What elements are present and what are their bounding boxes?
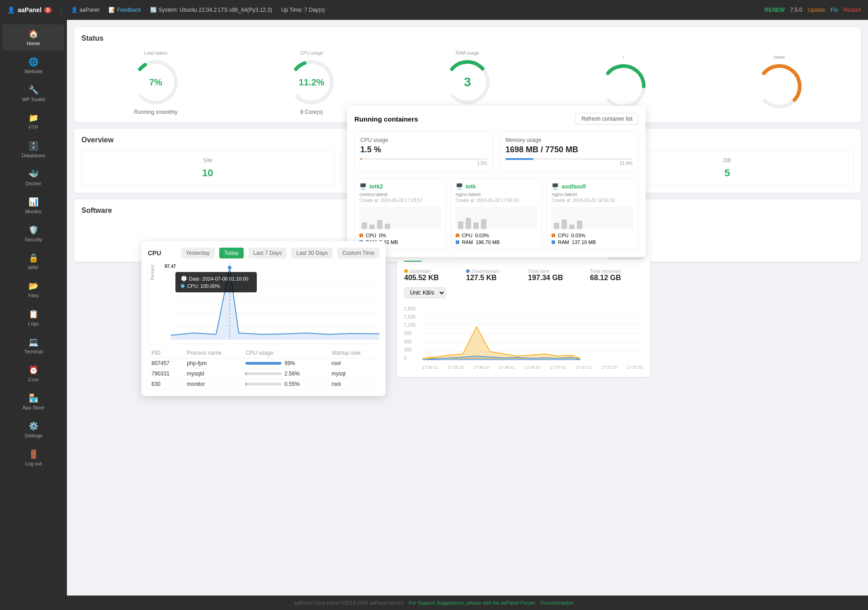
downstream-metric: Downstream 127.5 KB bbox=[466, 268, 519, 282]
sidebar-item-files[interactable]: 📂 Files bbox=[3, 277, 64, 303]
cpu-usage-gauge: 11.2% bbox=[287, 57, 336, 107]
upstream-value: 405.52 KB bbox=[404, 274, 457, 282]
total-sent-value: 197.34 GB bbox=[528, 274, 581, 282]
sidebar-item-logout[interactable]: 🚪 Log out bbox=[3, 445, 64, 471]
rc-mem-progress bbox=[505, 158, 632, 160]
table-row: 830 monitor 0.55% root bbox=[148, 379, 379, 389]
sidebar-item-security[interactable]: 🛡️ Security bbox=[3, 221, 64, 247]
fix-button[interactable]: Fix bbox=[830, 7, 838, 13]
brand-label: aaPanel bbox=[18, 6, 42, 14]
top-bar: 👤 aaPanel 0 | 👤 aaPanel 📝 Feedback 🔄 Sys… bbox=[0, 0, 868, 20]
cpu-tab-today[interactable]: Today bbox=[219, 248, 244, 258]
container-asdfasdf-date: Create at: 2024-06-28 16:56:16 bbox=[552, 198, 633, 203]
sidebar-item-home[interactable]: 🏠 Home bbox=[3, 24, 64, 51]
wp-toolkit-icon: 🔧 bbox=[28, 85, 38, 95]
databases-icon: 🗄️ bbox=[28, 141, 38, 151]
container-lotk-name: lotk bbox=[466, 183, 476, 190]
rc-cpu-label: CPU usage bbox=[360, 137, 487, 143]
disk-root-gauge bbox=[599, 61, 648, 111]
disk-root-item: / bbox=[549, 53, 698, 111]
rc-mem-value: 1698 MB / 7750 MB bbox=[505, 145, 632, 155]
aapanel-link[interactable]: 👤 aaPanel bbox=[71, 7, 99, 13]
status-grid: Load status 7% Running smoothly CPU us bbox=[81, 49, 854, 115]
logout-icon: 🚪 bbox=[28, 449, 38, 459]
overview-site-label: Site bbox=[88, 157, 327, 164]
version-label: 7.5.0 bbox=[790, 7, 802, 13]
footer: aaPanel Linux panel ©2014-2024 aaPanel (… bbox=[0, 596, 868, 610]
brand: 👤 aaPanel 0 bbox=[7, 6, 52, 14]
app-store-icon: 🏪 bbox=[28, 393, 38, 403]
sidebar-item-ftp[interactable]: 📁 FTP bbox=[3, 108, 64, 135]
sidebar-item-logs[interactable]: 📋 Logs bbox=[3, 305, 64, 331]
sidebar-item-cron[interactable]: ⏰ Cron bbox=[3, 361, 64, 387]
container-asdfasdf-chart bbox=[552, 206, 633, 229]
overview-site: Site 10 bbox=[81, 150, 334, 186]
load-status-value: 7% bbox=[149, 77, 162, 88]
sidebar-item-docker[interactable]: 🐳 Docker bbox=[3, 164, 64, 191]
cron-icon: ⏰ bbox=[28, 365, 38, 375]
ftp-icon: 📁 bbox=[28, 113, 38, 123]
disk-www-svg bbox=[744, 52, 814, 122]
cpu-chart-header: CPU Yesterday Today Last 7 Days Last 30 … bbox=[148, 248, 379, 258]
disk-www-item: /www bbox=[705, 53, 854, 111]
container-asdfasdf-stats: CPU 0.03% RAM 137.10 MB bbox=[552, 233, 633, 245]
rc-metrics: CPU usage 1.5 % 1.5% Memory usage 1698 M… bbox=[354, 131, 638, 172]
cpu-tab-30days[interactable]: Last 30 Days bbox=[291, 248, 333, 258]
cpu-tab-yesterday[interactable]: Yesterday bbox=[181, 248, 215, 258]
cpu-tab-7days[interactable]: Last 7 Days bbox=[248, 248, 287, 258]
container-lotk-image: nginx:latest bbox=[456, 192, 538, 197]
container-lotk-date: Create at: 2024-06-28 17:06:24 bbox=[456, 198, 538, 203]
table-row: 790331 mysqld 2.56% mysql bbox=[148, 369, 379, 379]
rc-cpu-metric: CPU usage 1.5 % 1.5% bbox=[354, 131, 493, 172]
website-icon: 🌐 bbox=[28, 57, 38, 67]
sidebar-item-databases[interactable]: 🗄️ Databases bbox=[3, 136, 64, 163]
app-container: 👤 aaPanel 0 | 👤 aaPanel 📝 Feedback 🔄 Sys… bbox=[0, 0, 868, 610]
overview-site-value: 10 bbox=[88, 167, 327, 179]
container-lotk-stats: CPU 0.03% RAM 196.70 MB bbox=[456, 233, 538, 245]
refresh-container-list-button[interactable]: Refresh container list bbox=[576, 113, 638, 125]
feedback-link[interactable]: 📝 Feedback bbox=[108, 7, 141, 13]
container-lotk2: 🖥️ lotk2 centos:latest Create at: 2024-0… bbox=[354, 178, 446, 250]
cpu-chart-area: Percent 97.47 bbox=[148, 263, 379, 344]
unit-select[interactable]: Unit: KB/s bbox=[404, 287, 446, 298]
update-button[interactable]: Update bbox=[808, 7, 826, 13]
footer-docs-link[interactable]: Documentation bbox=[540, 600, 574, 605]
ram-usage-gauge: 3 bbox=[443, 57, 492, 107]
cpu-tab-custom[interactable]: Custom Time bbox=[337, 248, 379, 258]
sidebar-item-app-store[interactable]: 🏪 App Store bbox=[3, 389, 64, 415]
rc-cpu-pct: 1.5% bbox=[360, 161, 487, 166]
sidebar-item-monitor[interactable]: 📊 Monitor bbox=[3, 192, 64, 219]
load-status-item: Load status 7% Running smoothly bbox=[81, 49, 230, 115]
rc-containers-list: 🖥️ lotk2 centos:latest Create at: 2024-0… bbox=[354, 178, 638, 250]
system-info: 🔄 System: Ubuntu 22.04.2 LTS x86_64(Py3.… bbox=[150, 7, 272, 13]
notification-badge: 0 bbox=[44, 7, 52, 13]
status-title: Status bbox=[81, 34, 854, 42]
container-lotk: 🖥️ lotk nginx:latest Create at: 2024-06-… bbox=[451, 178, 542, 250]
rc-mem-fill bbox=[505, 158, 533, 160]
footer-copyright: aaPanel Linux panel ©2014-2024 aaPanel (… bbox=[294, 600, 403, 605]
table-row: 807457 php-fpm 99% root bbox=[148, 358, 379, 369]
restart-button[interactable]: Restart bbox=[843, 7, 861, 13]
sidebar-item-waf[interactable]: 🔒 WAF bbox=[3, 249, 64, 275]
sidebar-item-terminal[interactable]: 💻 Terminal bbox=[3, 333, 64, 359]
sidebar: 🏠 Home 🌐 Website 🔧 WP Toolkit 📁 FTP 🗄️ D… bbox=[0, 20, 67, 596]
rc-mem-label: Memory usage bbox=[505, 137, 632, 143]
waf-icon: 🔒 bbox=[28, 253, 38, 263]
downstream-value: 127.5 KB bbox=[466, 274, 519, 282]
traffic-chart-svg bbox=[422, 306, 643, 361]
col-pid: PID bbox=[148, 348, 183, 358]
container-lotk-chart bbox=[456, 206, 538, 229]
sidebar-item-website[interactable]: 🌐 Website bbox=[3, 52, 64, 79]
sidebar-item-wp-toolkit[interactable]: 🔧 WP Toolkit bbox=[3, 80, 64, 107]
ram-usage-item: RAM usage 3 2953 / bbox=[393, 49, 542, 115]
renew-button[interactable]: RENEW bbox=[764, 7, 785, 13]
traffic-y-labels: 1,800 1,500 1,200 900 600 300 0 bbox=[404, 306, 420, 361]
rc-mem-metric: Memory usage 1698 MB / 7750 MB 21.9% bbox=[500, 131, 638, 172]
cpu-process-table: PID Process name CPU usage Startup user … bbox=[148, 348, 379, 389]
top-bar-actions: RENEW 7.5.0 Update Fix Restart bbox=[764, 7, 861, 13]
footer-support-link[interactable]: For Support Suggestions, please visit th… bbox=[409, 600, 536, 605]
container-lotk2-date: Create at: 2024-06-28 17:28:57 bbox=[359, 198, 441, 203]
sidebar-item-settings[interactable]: ⚙️ Settings bbox=[3, 417, 64, 443]
rc-header: Running containers Refresh container lis… bbox=[354, 113, 638, 125]
main-content: Status Load status 7% Running bbox=[67, 20, 868, 596]
